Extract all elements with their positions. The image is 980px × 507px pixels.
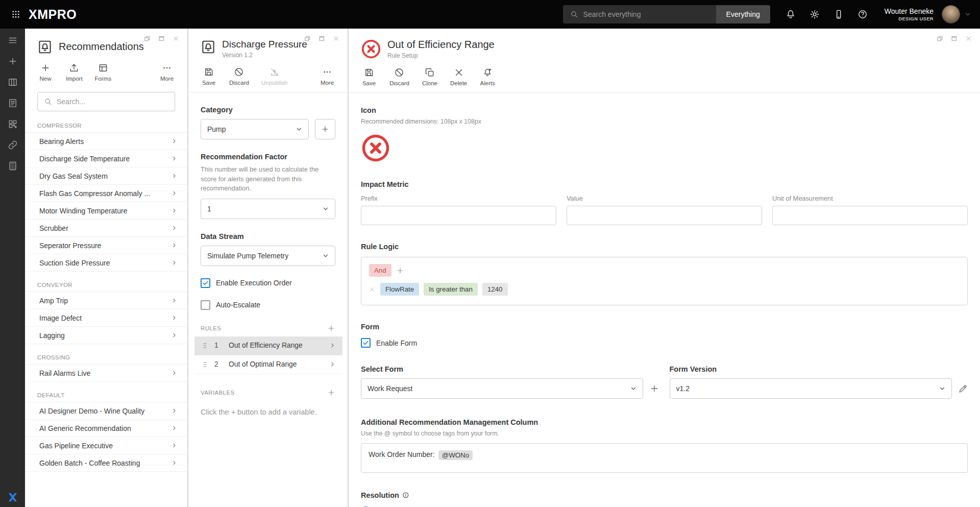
new-button[interactable]: New (37, 63, 54, 82)
list-item[interactable]: Seperator Pressure (25, 237, 187, 254)
rail-recommendations-button[interactable] (0, 155, 25, 176)
search-icon (44, 98, 52, 106)
edit-form-button[interactable] (958, 384, 968, 394)
discard-button[interactable]: Discard (389, 67, 409, 86)
list-item[interactable]: Image Defect (25, 309, 187, 327)
chevron-right-icon (172, 408, 177, 414)
rail-forms-button[interactable] (0, 92, 25, 113)
arm-column-input[interactable]: Work Order Number: @WONo (361, 443, 968, 473)
rail-integrations-button[interactable] (0, 134, 25, 155)
rule-form: Icon Recommended dimensions: 108px x 108… (349, 93, 980, 507)
logic-field-chip[interactable]: FlowRate (380, 283, 419, 296)
discard-button[interactable]: Discard (229, 67, 249, 86)
global-search-input[interactable] (583, 10, 709, 18)
delete-button[interactable]: Delete (450, 67, 467, 86)
maximize-icon[interactable] (318, 35, 325, 42)
category-value: Pump (207, 125, 226, 133)
recommendations-toolbar: New Import Forms More (25, 55, 187, 88)
avatar[interactable] (942, 5, 960, 23)
list-item[interactable]: Rail Alarms Live (25, 365, 187, 382)
list-item[interactable]: Amp Trip (25, 292, 187, 309)
list-item[interactable]: Flash Gas Compressor Anomaly ... (25, 185, 187, 202)
forms-button[interactable]: Forms (95, 63, 112, 82)
restore-icon[interactable] (304, 35, 311, 42)
select-form-select[interactable]: Work Request (361, 378, 643, 399)
prefix-input[interactable] (361, 206, 556, 225)
unit-input[interactable] (772, 206, 968, 225)
forms-label: Forms (95, 76, 112, 82)
menu-button[interactable] (0, 30, 25, 51)
restore-icon[interactable] (937, 35, 943, 42)
maximize-icon[interactable] (158, 35, 165, 42)
list-item[interactable]: Bearing Alerts (25, 133, 187, 150)
drag-handle-icon[interactable] (202, 342, 208, 350)
list-item[interactable]: Golden Batch - Coffee Roasting (25, 454, 187, 472)
enable-execution-order-checkbox[interactable] (201, 278, 210, 288)
save-button[interactable]: Save (361, 67, 377, 86)
list-item[interactable]: Lagging (25, 327, 187, 344)
logic-value-chip[interactable]: 1240 (482, 283, 508, 296)
rule-setup-subtitle: Rule Setup (387, 52, 495, 59)
rail-apps-button[interactable] (0, 113, 25, 134)
notifications-button[interactable] (780, 4, 801, 25)
drag-handle-icon[interactable] (202, 360, 208, 369)
rule-row[interactable]: 2 Out of Optimal Range (194, 355, 342, 374)
rail-add-button[interactable] (0, 51, 25, 71)
auto-escalate-checkbox[interactable] (201, 300, 210, 310)
category-select[interactable]: Pump (201, 119, 309, 139)
add-variable-button[interactable] (327, 389, 335, 397)
rail-dashboards-button[interactable] (0, 71, 25, 92)
search-scope-button[interactable]: Everything (716, 5, 770, 23)
settings-button[interactable] (804, 4, 825, 25)
chevron-down-icon[interactable] (965, 11, 971, 17)
close-icon[interactable] (333, 35, 339, 42)
remove-condition-button[interactable] (369, 286, 375, 293)
add-form-button[interactable] (649, 383, 659, 394)
unpublish-button[interactable]: Unpublish (261, 67, 287, 86)
import-icon (69, 63, 79, 73)
factor-select[interactable]: 1 (201, 199, 335, 219)
title-block: Discharge Pressure Version 1.2 (222, 39, 307, 59)
logic-operator-chip[interactable]: And (369, 264, 391, 277)
alerts-icon (482, 67, 493, 78)
more-button[interactable]: More (159, 63, 175, 82)
list-item[interactable]: Suction Side Pressure (25, 254, 187, 272)
info-icon[interactable] (402, 492, 409, 499)
value-input[interactable] (567, 206, 762, 225)
enable-form-checkbox[interactable] (361, 338, 371, 348)
add-condition-button[interactable] (396, 267, 404, 275)
close-icon[interactable] (173, 35, 179, 42)
save-button[interactable]: Save (201, 67, 217, 86)
list-item[interactable]: Scrubber (25, 220, 187, 237)
clone-button[interactable]: Clone (422, 67, 438, 86)
restore-icon[interactable] (144, 35, 151, 42)
rule-icon-preview[interactable] (361, 133, 390, 163)
add-category-button[interactable] (315, 119, 335, 139)
maximize-icon[interactable] (951, 35, 958, 42)
list-search-input[interactable] (57, 98, 168, 106)
user-menu[interactable]: Wouter Beneke DESIGN USER (885, 7, 934, 22)
list-item[interactable]: Motor Winding Temperature (25, 202, 187, 220)
list-item[interactable]: Dry Gas Seal System (25, 167, 187, 185)
list-item[interactable]: AI Designer Demo - Wine Quality (25, 402, 187, 420)
add-rule-button[interactable] (327, 324, 335, 332)
factor-value: 1 (207, 205, 211, 213)
more-button[interactable]: More (319, 67, 335, 86)
list-item-label: Golden Batch - Coffee Roasting (39, 459, 140, 467)
mobile-button[interactable] (828, 4, 849, 25)
app-launcher-button[interactable] (7, 6, 24, 23)
list-item[interactable]: AI Generic Recommendation (25, 420, 187, 437)
rules-header: RULES (201, 324, 335, 336)
rule-logic-editor[interactable]: And FlowRate Is greater than 1240 (361, 257, 968, 305)
import-button[interactable]: Import (66, 63, 83, 82)
alerts-button[interactable]: Alerts (479, 67, 496, 86)
list-item[interactable]: Discharge Side Temperature (25, 150, 187, 167)
form-tag-token[interactable]: @WONo (438, 450, 473, 460)
help-button[interactable] (852, 4, 873, 25)
form-version-select[interactable]: v1.2 (670, 378, 952, 399)
close-icon[interactable] (965, 35, 972, 42)
rule-row[interactable]: 1 Out of Efficiency Range (194, 336, 342, 355)
logic-comparator-chip[interactable]: Is greater than (424, 283, 478, 296)
data-stream-select[interactable]: Simulate Pump Telemetry (201, 246, 335, 266)
list-item[interactable]: Gas Pipeline Executive (25, 437, 187, 454)
